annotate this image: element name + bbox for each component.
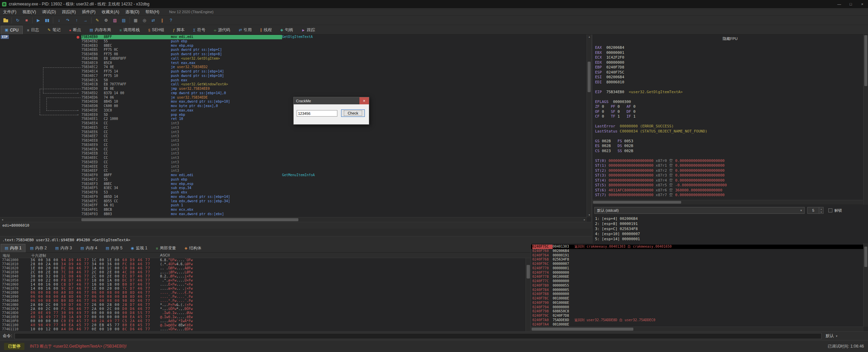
serial-input[interactable]: [297, 110, 337, 117]
tab-seh[interactable]: §SEH链: [144, 26, 169, 34]
register-line[interactable]: CS 0023 SS 002B: [595, 149, 862, 154]
restart-icon[interactable]: ↻: [14, 17, 22, 24]
calling-convention-select[interactable]: 默认 (stdcall) ▾: [594, 207, 805, 214]
hide-fpu-button[interactable]: 隐藏FPU: [719, 36, 741, 42]
disasm-row[interactable]: 75B34EFC8D55 CClea edx,dword ptr ss:[ebp…: [0, 199, 587, 204]
tab-mem5[interactable]: ▤内存 5: [102, 244, 126, 252]
stop-icon[interactable]: ■: [22, 17, 31, 24]
disasm-row[interactable]: 75B34EB38BECmov ebp,esp: [0, 44, 587, 48]
disasm-vertical-scrollbar[interactable]: ▴ ▾: [587, 35, 591, 217]
register-line[interactable]: GS 002B FS 0053: [595, 139, 862, 144]
dump-row[interactable]: 7746100036 00 38 00 94 D9 46 77 1C 00 1E…: [0, 258, 526, 262]
disasm-row[interactable]: 75B34EB8FF75 08push dword ptr ss:[ebp+8]: [0, 52, 587, 57]
disasm-row[interactable]: 75B34EB255push ebp: [0, 39, 587, 44]
register-line[interactable]: ST(1) 00000000000000000000 x87r1 空 0.000…: [595, 163, 862, 168]
stack-row[interactable]: 0240F7A40010008E: [531, 323, 863, 327]
disasm-row[interactable]: 75B34ED2837D 14 00cmp dword ptr ss:[ebp+…: [0, 91, 587, 96]
stack-row[interactable]: 0240F78800000000: [531, 292, 863, 296]
register-line[interactable]: EFLAGS 00000300: [595, 100, 862, 105]
register-line[interactable]: [595, 95, 862, 100]
stack-row[interactable]: 0240F798608650C8: [531, 309, 863, 314]
registers-vertical-scrollbar[interactable]: [863, 35, 868, 205]
disasm-row[interactable]: 75B34EEACCint3: [0, 147, 587, 152]
stepper-arrows[interactable]: ▴ ▾: [819, 207, 823, 213]
tab-log[interactable]: ≡日志: [23, 26, 43, 34]
register-line[interactable]: LastError 00000000 (ERROR_SUCCESS): [595, 124, 862, 129]
calculator-icon[interactable]: ▦: [132, 17, 140, 24]
stack-row[interactable]: 0240F78C0010008E: [531, 296, 863, 301]
check-button[interactable]: Check: [341, 109, 365, 117]
crackme-titlebar[interactable]: CrackMe ×: [294, 97, 369, 104]
registers-hscroll-thumb[interactable]: [593, 201, 681, 204]
notes-pencil-icon[interactable]: ✎: [93, 17, 101, 24]
register-line[interactable]: ST(6) 4011AFC8000000000000 x87r6 空 36000…: [595, 188, 862, 193]
pause-icon[interactable]: ▮▮: [43, 17, 51, 24]
stack-pane[interactable]: 0240F75C00401303返回到 crakmeeasy.00401303 …: [531, 243, 868, 331]
argument-row[interactable]: 4: [esp+10] 00000007: [595, 231, 640, 236]
disasm-row[interactable]: 75B34EE8CCint3: [0, 139, 587, 143]
disassembly-pane[interactable]: EIP75B34EB08BFFmov edi,ediGetDlgItemText…: [0, 35, 592, 222]
tab-mem4[interactable]: ▤内存 4: [76, 244, 101, 252]
disasm-row[interactable]: 75B34EB5FF75 0Cpush dword ptr ss:[ebp+C]: [0, 48, 587, 52]
dump-row[interactable]: 7746101028 00 2A 00 34 D9 46 77 34 00 36…: [0, 262, 526, 266]
register-line[interactable]: ECX 1C42F2F0: [595, 55, 862, 60]
register-line[interactable]: EIP 75B34EB0 <user32.GetDlgItemTextA>: [595, 90, 862, 95]
tab-memory-map[interactable]: ▤内存布局: [85, 26, 115, 34]
disasm-row[interactable]: 75B34EE5CCint3: [0, 126, 587, 130]
stack-row[interactable]: 0240F76C00000007: [531, 262, 863, 266]
disasm-row[interactable]: 75B34EEBCCint3: [0, 151, 587, 156]
disasm-row[interactable]: 75B34EEECCint3: [0, 165, 587, 169]
register-line[interactable]: ST(2) 00000000000000000000 x87r2 空 0.000…: [595, 168, 862, 173]
stack-row[interactable]: 0240F77C00000000: [531, 279, 863, 284]
tab-notes[interactable]: ✎笔记: [43, 26, 64, 34]
patches-icon[interactable]: ▨: [111, 17, 119, 24]
disasm-row[interactable]: 75B34EECCCint3: [0, 156, 587, 160]
register-line[interactable]: ESP 0240F75C: [595, 70, 862, 75]
disasm-row[interactable]: 75B34EF38BECmov ebp,esp: [0, 182, 587, 186]
register-line[interactable]: ST(0) 00000000000000000000 x87r0 空 0.000…: [595, 159, 862, 164]
disasm-row[interactable]: 75B34EF255push ebp: [0, 178, 587, 182]
argument-count-stepper[interactable]: 5 ▴ ▾: [807, 207, 824, 214]
settings-gear-icon[interactable]: ⚙: [102, 17, 110, 24]
disasm-row[interactable]: 75B34EC085C0test eax,eax: [0, 61, 587, 65]
disasm-row[interactable]: EIP75B34EB08BFFmov edi,ediGetDlgItemText…: [0, 35, 587, 39]
dump-scroll-thumb[interactable]: [527, 265, 530, 278]
stack-row[interactable]: 0240F79400000000: [531, 305, 863, 310]
tab-trace[interactable]: ►跟踪: [297, 26, 319, 34]
register-line[interactable]: OF 0 SF 0 DF 0: [595, 109, 862, 115]
crackme-close-button[interactable]: ×: [359, 97, 369, 104]
scroll-down-icon[interactable]: ▾: [587, 213, 592, 217]
step-out-icon[interactable]: ↑: [73, 17, 81, 24]
scroll-left-icon[interactable]: ◂: [0, 218, 5, 222]
register-line[interactable]: EDI 80006010: [595, 80, 862, 85]
dump-row[interactable]: 774610302C 00 2E 00 7C D8 46 77 2C 00 2E…: [0, 270, 526, 274]
menu-item[interactable]: 跟踪(R): [59, 8, 79, 16]
menu-item[interactable]: 选项(O): [122, 8, 142, 16]
tab-locals[interactable]: ≡局部变量: [152, 244, 180, 252]
tab-cpu[interactable]: ▣CPU: [1, 26, 23, 34]
threads-icon[interactable]: ∥: [158, 17, 166, 24]
disasm-row[interactable]: 75B34EE7CCint3: [0, 134, 587, 139]
unlock-checkbox[interactable]: [828, 208, 832, 212]
tab-source[interactable]: ‹›源代码: [210, 26, 234, 34]
stack-row[interactable]: 0240F760002006B4: [531, 249, 863, 253]
memory-dump-pane[interactable]: 地址 十六进制 ASCII 7746100036 00 38 00 94 D9 …: [0, 253, 531, 331]
stack-row[interactable]: 0240F7780010008E: [531, 275, 863, 279]
stack-row[interactable]: 0240F78400000005: [531, 288, 863, 292]
disasm-row[interactable]: 75B34ECA50push eax: [0, 78, 587, 83]
register-line[interactable]: LastStatus C0000034 (STATUS_OBJECT_NAME_…: [595, 129, 862, 134]
scroll-up-icon[interactable]: ▴: [587, 35, 592, 39]
menu-item[interactable]: 文件(F): [0, 8, 19, 16]
memory-map-icon[interactable]: ▤: [120, 17, 128, 24]
menu-item[interactable]: 帮助(H): [142, 8, 162, 16]
tab-mem3[interactable]: ▤内存 3: [51, 244, 76, 252]
dump-row[interactable]: 774610B02A 00 2C 00 50 D7 46 77 26 00 28…: [0, 303, 526, 307]
scroll-right-icon[interactable]: ▸: [582, 218, 587, 222]
tab-mem1[interactable]: ▤内存 1: [1, 244, 25, 252]
minimize-button[interactable]: —: [833, 0, 845, 8]
tab-mem2[interactable]: ▤内存 2: [26, 244, 51, 252]
disasm-row[interactable]: 75B34F018BCBmov ecx,ebx: [0, 208, 587, 212]
disasm-row[interactable]: 75B34EC4FF75 14push dword ptr ss:[ebp+14…: [0, 69, 587, 74]
register-line[interactable]: [595, 153, 862, 159]
maximize-button[interactable]: □: [845, 0, 856, 8]
